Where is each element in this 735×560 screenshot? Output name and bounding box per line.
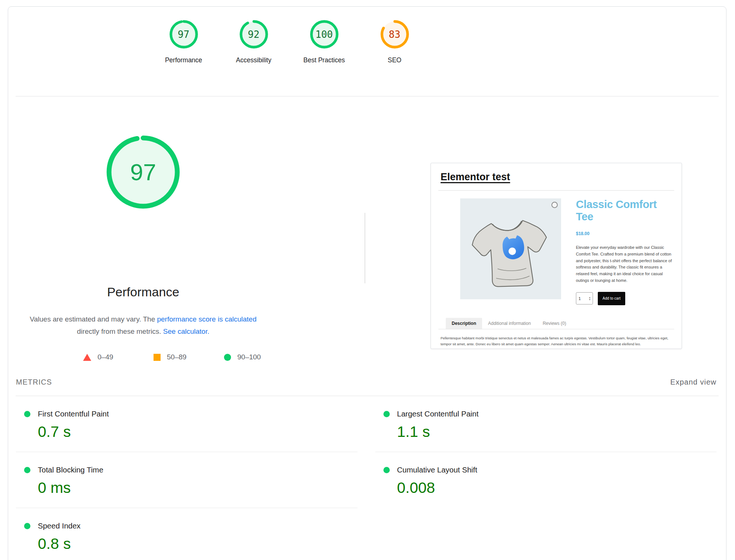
metric-row-largest-contentful-paint: Largest Contentful Paint 1.1 s — [375, 396, 717, 452]
metric-row-cumulative-layout-shift: Cumulative Layout Shift 0.008 — [375, 452, 717, 508]
category-gauge-best-practices[interactable]: 100 Best Practices — [289, 20, 359, 64]
performance-score-gauge[interactable]: 97 — [106, 135, 180, 209]
legend-item-fail: 0–49 — [76, 353, 146, 361]
metrics-header: METRICS Expand view — [16, 378, 716, 386]
lighthouse-report-card: 97 Performance 92 Accessibility 100 Best… — [8, 6, 726, 560]
see-calculator-link[interactable]: See calculator. — [163, 327, 210, 335]
gauge-label: SEO — [359, 56, 430, 64]
screenshot-divider — [438, 190, 674, 191]
pass-circle-icon — [383, 411, 390, 417]
product-image — [460, 198, 561, 299]
score-legend: 0–49 50–89 90–100 — [76, 353, 287, 361]
disclaimer-text: directly from these metrics. — [77, 327, 163, 335]
product-tabs: Description Additional information Revie… — [446, 318, 672, 329]
product-name: Classic Comfort Tee — [576, 198, 672, 223]
category-gauge-seo[interactable]: 83 SEO — [359, 20, 430, 64]
quantity-stepper: 1 ▴▾ — [576, 292, 593, 304]
gauge-score: 92 — [240, 20, 268, 49]
gauge-score: 97 — [169, 20, 198, 49]
add-to-cart-button: Add to cart — [598, 292, 625, 305]
metrics-grid: First Contentful Paint 0.7 s Largest Con… — [16, 396, 716, 560]
performance-score-value: 97 — [106, 135, 180, 209]
product-actions: 1 ▴▾ Add to cart — [576, 292, 672, 305]
metric-row-total-blocking-time: Total Blocking Time 0 ms — [16, 452, 357, 508]
expand-view-button[interactable]: Expand view — [670, 378, 716, 386]
pass-circle-icon — [383, 467, 390, 473]
fail-triangle-icon — [83, 354, 91, 361]
metric-name: First Contentful Paint — [38, 409, 109, 418]
product-description: Elevate your everyday wardrobe with our … — [576, 244, 672, 284]
performance-section-title: Performance — [32, 285, 254, 299]
legend-item-average: 50–89 — [146, 353, 217, 361]
legend-range: 0–49 — [98, 353, 113, 361]
gauge-score: 100 — [310, 20, 339, 49]
metric-row-speed-index: Speed Index 0.8 s — [16, 508, 357, 560]
metric-value: 0.8 s — [38, 535, 357, 553]
tab-additional-information: Additional information — [482, 318, 537, 329]
gauge-score: 83 — [380, 20, 409, 49]
legend-item-pass: 90–100 — [217, 353, 287, 361]
metric-name: Total Blocking Time — [38, 465, 103, 474]
disclaimer-text: Values are estimated and may vary. The — [30, 315, 157, 323]
metric-value: 0.008 — [397, 479, 717, 497]
metric-name: Cumulative Layout Shift — [397, 465, 478, 474]
gauge-label: Accessibility — [218, 56, 289, 64]
pass-circle-icon — [24, 523, 30, 529]
pass-circle-icon — [224, 354, 231, 361]
product-details: Classic Comfort Tee $18.00 Elevate your … — [576, 198, 672, 305]
screenshot-product-section: Classic Comfort Tee $18.00 Elevate your … — [441, 198, 672, 305]
gauge-label: Best Practices — [289, 56, 359, 64]
product-price: $18.00 — [576, 231, 672, 236]
quantity-value: 1 — [579, 296, 581, 301]
performance-score-link[interactable]: performance score is calculated — [157, 315, 256, 323]
performance-disclaimer: Values are estimated and may vary. The p… — [23, 313, 264, 338]
gauge-label: Performance — [148, 56, 219, 64]
metric-name: Largest Contentful Paint — [397, 409, 479, 418]
metric-value: 1.1 s — [397, 423, 717, 441]
metric-name: Speed Index — [38, 521, 80, 530]
product-tab-content: Pellentesque habitant morbi tristique se… — [441, 335, 672, 347]
vertical-divider — [365, 213, 365, 283]
final-screenshot-thumbnail[interactable]: Elementor test — [431, 163, 682, 349]
tabs-divider — [438, 329, 674, 329]
screenshot-page-title: Elementor test — [441, 171, 672, 183]
category-gauge-performance[interactable]: 97 Performance — [148, 20, 219, 64]
category-gauge-accessibility[interactable]: 92 Accessibility — [218, 20, 289, 64]
average-square-icon — [154, 354, 161, 361]
metrics-heading: METRICS — [16, 378, 52, 386]
legend-range: 90–100 — [237, 353, 261, 361]
metric-row-first-contentful-paint: First Contentful Paint 0.7 s — [16, 396, 357, 452]
tshirt-image — [460, 198, 561, 299]
section-divider — [16, 96, 719, 96]
image-zoom-icon — [551, 202, 558, 208]
pass-circle-icon — [24, 411, 30, 417]
legend-range: 50–89 — [167, 353, 187, 361]
metric-value: 0.7 s — [38, 423, 357, 441]
metric-value: 0 ms — [38, 479, 357, 497]
pass-circle-icon — [24, 467, 30, 473]
tab-reviews: Reviews (0) — [537, 318, 572, 329]
stepper-arrows-icon: ▴▾ — [589, 296, 590, 300]
tab-description: Description — [446, 318, 482, 329]
